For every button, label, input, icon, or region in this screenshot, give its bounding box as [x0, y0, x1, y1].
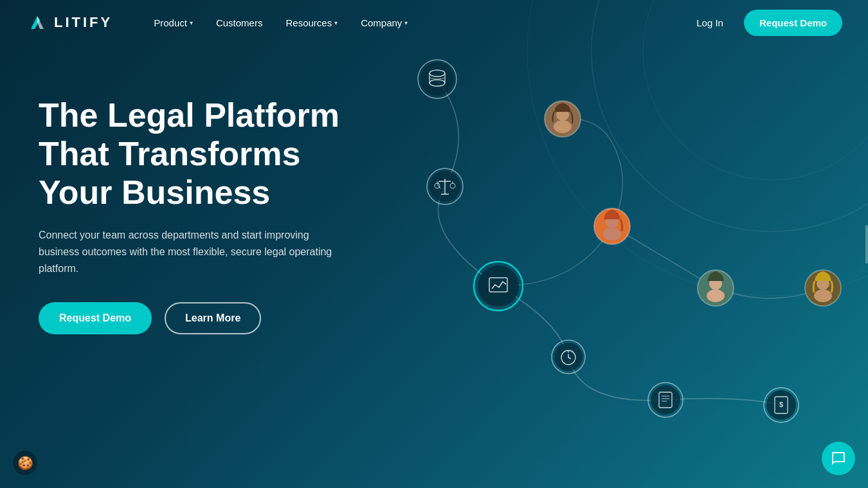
hero-learn-more-button[interactable]: Learn More: [165, 302, 261, 334]
hero-section: $: [0, 0, 868, 488]
cookie-consent-button[interactable]: 🍪: [13, 451, 37, 475]
logo[interactable]: LITIFY: [26, 11, 113, 34]
logo-text: LITIFY: [54, 14, 113, 31]
logo-icon: [26, 11, 49, 34]
svg-point-41: [554, 120, 572, 133]
hero-subtitle: Connect your team across departments and…: [39, 227, 334, 276]
company-dropdown-icon: ▾: [404, 19, 408, 26]
nav-item-resources[interactable]: Resources ▾: [276, 12, 347, 33]
chat-button[interactable]: [822, 442, 855, 475]
hero-request-demo-button[interactable]: Request Demo: [39, 302, 152, 334]
chat-icon: [831, 451, 846, 466]
nav-item-customers[interactable]: Customers: [207, 12, 272, 33]
login-button[interactable]: Log In: [686, 12, 734, 33]
hero-title: The Legal Platform That Transforms Your …: [39, 96, 339, 212]
hero-content: The Legal Platform That Transforms Your …: [39, 96, 339, 334]
navbar: LITIFY Product ▾ Customers Resources ▾ C…: [0, 0, 868, 45]
resources-dropdown-icon: ▾: [334, 19, 338, 26]
nav-item-product[interactable]: Product ▾: [145, 12, 202, 33]
nav-item-company[interactable]: Company ▾: [352, 12, 417, 33]
svg-point-53: [814, 289, 832, 302]
svg-point-29: [651, 385, 680, 415]
nav-items: Product ▾ Customers Resources ▾ Company …: [145, 12, 686, 33]
cookie-icon: 🍪: [17, 455, 33, 471]
svg-point-19: [478, 266, 519, 307]
scroll-indicator: [865, 225, 868, 264]
nav-request-demo-button[interactable]: Request Demo: [744, 10, 842, 36]
svg-point-49: [707, 289, 725, 302]
svg-text:$: $: [779, 401, 783, 408]
nav-right: Log In Request Demo: [686, 10, 842, 36]
product-dropdown-icon: ▾: [190, 19, 193, 26]
hero-buttons: Request Demo Learn More: [39, 302, 339, 334]
svg-point-45: [603, 228, 621, 240]
